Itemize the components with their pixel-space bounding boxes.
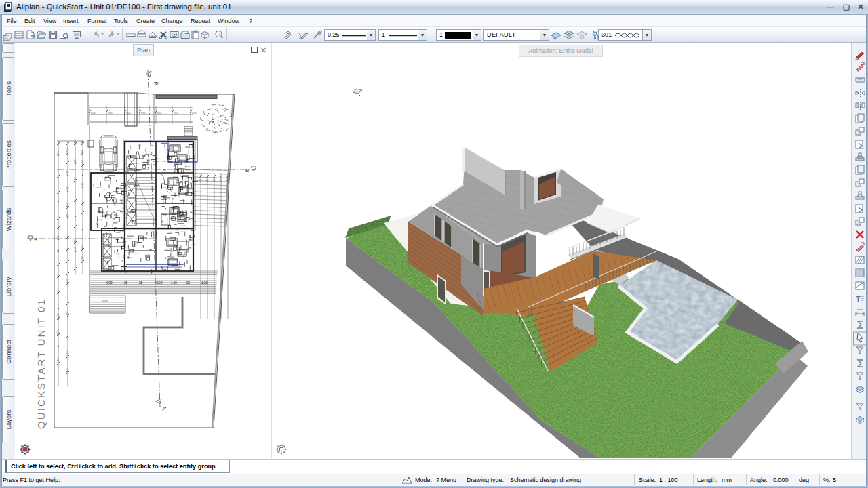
svg-text:250: 250	[66, 368, 69, 373]
svg-text:?: ?	[218, 32, 220, 37]
svg-text:25: 25	[124, 281, 128, 285]
svg-text:1 24: 1 24	[81, 256, 84, 262]
svg-text:250: 250	[126, 111, 131, 115]
svg-text:25: 25	[186, 281, 191, 285]
svg-text:1 24: 1 24	[81, 159, 84, 165]
svg-text:250: 250	[219, 177, 222, 182]
svg-text:125: 125	[66, 311, 69, 316]
svg-text:88: 88	[81, 140, 84, 144]
svg-text:A: A	[160, 405, 167, 411]
svg-text:88: 88	[66, 214, 69, 217]
svg-text:365: 365	[73, 238, 77, 243]
svg-text:QUICKSTART UNIT 01: QUICKSTART UNIT 01	[35, 299, 47, 429]
svg-text:T: T	[856, 295, 861, 303]
svg-text:250: 250	[66, 148, 69, 153]
svg-text:125: 125	[56, 235, 60, 240]
svg-text:125: 125	[66, 186, 69, 191]
svg-text:B: B	[245, 167, 249, 174]
svg-text:85: 85	[199, 178, 202, 182]
svg-text:250: 250	[174, 111, 178, 115]
svg-text:365: 365	[56, 330, 60, 335]
svg-text:125: 125	[81, 182, 84, 187]
svg-text:250: 250	[66, 203, 69, 207]
svg-text:1.20: 1.20	[171, 281, 177, 285]
svg-text:CSO: CSO	[156, 281, 163, 285]
svg-text:1 24: 1 24	[73, 246, 77, 252]
svg-text:88: 88	[73, 177, 77, 180]
svg-text:O30: O30	[106, 281, 113, 285]
svg-text:250: 250	[157, 111, 162, 115]
svg-text:250: 250	[91, 111, 96, 115]
svg-text:365: 365	[66, 279, 69, 283]
svg-text:25: 25	[139, 281, 143, 285]
svg-text:B: B	[34, 237, 37, 243]
svg-text:1.20: 1.20	[201, 281, 208, 285]
svg-text:125: 125	[66, 170, 69, 175]
svg-text:1 24: 1 24	[66, 350, 69, 357]
svg-text:250: 250	[108, 111, 113, 115]
svg-text:250: 250	[192, 111, 197, 115]
svg-text:88: 88	[81, 150, 84, 153]
svg-text:365: 365	[81, 245, 84, 249]
svg-text:88: 88	[56, 249, 60, 252]
svg-text:125: 125	[73, 159, 77, 164]
svg-text:250: 250	[56, 151, 60, 156]
svg-text:85: 85	[226, 178, 229, 182]
svg-text:1 24: 1 24	[56, 357, 60, 363]
svg-text:A: A	[153, 81, 160, 86]
svg-text:250: 250	[141, 111, 146, 115]
svg-text:1 24: 1 24	[56, 312, 60, 319]
